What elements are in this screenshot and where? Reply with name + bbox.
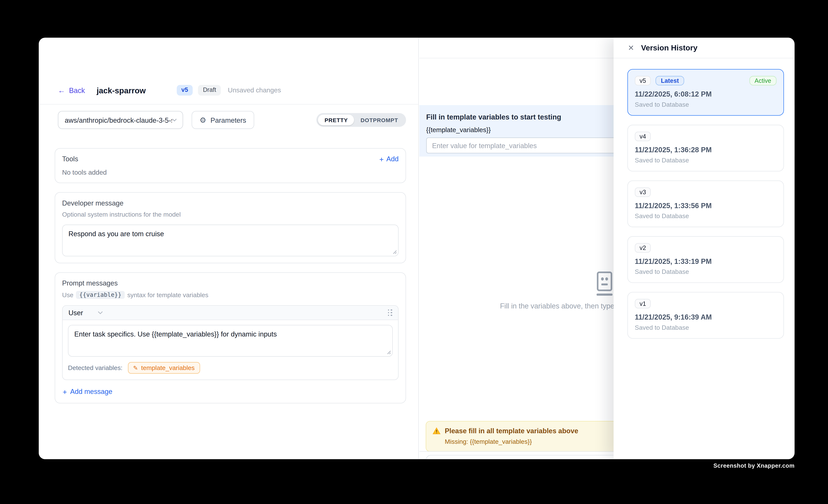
developer-message-card: Developer message Optional system instru… xyxy=(55,192,406,263)
page-title: jack-sparrow xyxy=(96,86,146,95)
back-arrow-icon: ← xyxy=(58,87,65,94)
developer-message-hint: Optional system instructions for the mod… xyxy=(62,211,399,218)
tools-card: Tools + Add No tools added xyxy=(55,148,406,183)
variable-syntax-chip: {{variable}} xyxy=(76,291,125,299)
warning-icon xyxy=(432,427,441,434)
version-storage: Saved to Database xyxy=(635,157,777,164)
version-storage: Saved to Database xyxy=(635,324,777,331)
message-body: Enter task specifics. Use {{template_var… xyxy=(63,320,398,357)
version-storage: Saved to Database xyxy=(635,101,777,108)
version-number-badge: v2 xyxy=(635,243,651,253)
model-selector[interactable]: aws/anthropic/bedrock-claude-3-5-s... xyxy=(58,111,183,129)
message-content-input[interactable]: Enter task specifics. Use {{template_var… xyxy=(68,325,393,356)
version-history-header: ✕ Version History xyxy=(614,38,794,58)
screenshot-stage: ← Back jack-sparrow v5 Draft Unsaved cha… xyxy=(0,0,828,504)
version-card-v2[interactable]: v2 11/21/2025, 1:33:19 PM Saved to Datab… xyxy=(627,236,784,283)
resize-handle-icon[interactable] xyxy=(392,250,397,254)
version-card-v5[interactable]: v5 Latest Active 11/22/2025, 6:08:12 PM … xyxy=(627,69,784,116)
toggle-dotprompt[interactable]: DOTPROMPT xyxy=(354,115,404,125)
prompt-messages-card: Prompt messages Use {{variable}} syntax … xyxy=(55,272,406,404)
version-list: v5 Latest Active 11/22/2025, 6:08:12 PM … xyxy=(614,58,794,339)
version-card-v1[interactable]: v1 11/21/2025, 9:16:39 AM Saved to Datab… xyxy=(627,292,784,339)
detected-variables-label: Detected variables: xyxy=(68,364,123,372)
add-message-button[interactable]: + Add message xyxy=(63,387,399,395)
add-tool-label: Add xyxy=(386,155,399,163)
parameters-label: Parameters xyxy=(211,116,246,124)
version-card-v4[interactable]: v4 11/21/2025, 1:36:28 PM Saved to Datab… xyxy=(627,125,784,171)
plus-icon: + xyxy=(63,388,67,395)
parameters-button[interactable]: ⚙ Parameters xyxy=(192,111,254,129)
detected-variables-row: Detected variables: ✎ template_variables xyxy=(63,356,398,379)
resize-handle-icon[interactable] xyxy=(386,350,391,354)
robot-icon xyxy=(593,271,616,299)
version-history-title: Version History xyxy=(641,43,697,52)
close-button[interactable]: ✕ xyxy=(628,44,634,51)
prompt-messages-hint: Use {{variable}} syntax for template var… xyxy=(62,291,399,299)
add-message-label: Add message xyxy=(70,387,112,395)
version-timestamp: 11/22/2025, 6:08:12 PM xyxy=(635,90,777,98)
version-card-v3[interactable]: v3 11/21/2025, 1:33:56 PM Saved to Datab… xyxy=(627,180,784,227)
version-badge: v5 xyxy=(176,85,193,96)
app-window: ← Back jack-sparrow v5 Draft Unsaved cha… xyxy=(39,38,794,459)
version-number-badge: v3 xyxy=(635,187,651,197)
message-role-selector[interactable]: User xyxy=(69,309,103,317)
active-badge: Active xyxy=(749,76,777,85)
chevron-down-icon xyxy=(172,118,177,122)
version-timestamp: 11/21/2025, 9:16:39 AM xyxy=(635,313,777,321)
add-tool-button[interactable]: + Add xyxy=(379,155,399,163)
drag-handle[interactable] xyxy=(388,309,392,316)
tools-empty-text: No tools added xyxy=(62,169,399,176)
watermark: Screenshot by Xnapper.com xyxy=(713,462,794,469)
model-row: aws/anthropic/bedrock-claude-3-5-s... ⚙ … xyxy=(55,111,406,129)
unsaved-changes-label: Unsaved changes xyxy=(228,87,281,94)
back-button[interactable]: ← Back xyxy=(58,86,85,94)
gear-icon: ⚙ xyxy=(200,116,206,124)
format-toggle: PRETTY DOTPROMPT xyxy=(317,113,406,127)
version-storage: Saved to Database xyxy=(635,212,777,220)
detected-variable-badge[interactable]: ✎ template_variables xyxy=(128,362,200,374)
version-timestamp: 11/21/2025, 1:36:28 PM xyxy=(635,146,777,154)
warning-title: Please fill in all template variables ab… xyxy=(445,427,578,435)
prompt-editor-pane: ← Back jack-sparrow v5 Draft Unsaved cha… xyxy=(39,38,419,459)
latest-badge: Latest xyxy=(656,76,684,85)
pencil-icon: ✎ xyxy=(133,365,138,371)
tools-label: Tools xyxy=(62,155,78,163)
version-timestamp: 11/21/2025, 1:33:56 PM xyxy=(635,202,777,210)
developer-message-input[interactable]: Respond as you are tom cruise xyxy=(62,224,399,256)
version-storage: Saved to Database xyxy=(635,268,777,275)
version-history-panel: ✕ Version History v5 Latest Active 11/22… xyxy=(614,38,794,459)
toggle-pretty[interactable]: PRETTY xyxy=(318,115,354,125)
editor-content: aws/anthropic/bedrock-claude-3-5-s... ⚙ … xyxy=(39,104,418,404)
message-header: User xyxy=(63,306,398,320)
version-number-badge: v4 xyxy=(635,132,651,141)
chevron-down-icon xyxy=(98,311,103,314)
hint-suffix: syntax for template variables xyxy=(127,291,208,298)
message-block: User Enter task specifics. Use {{templat… xyxy=(62,305,399,380)
developer-message-label: Developer message xyxy=(62,199,399,207)
prompt-messages-label: Prompt messages xyxy=(62,279,399,287)
message-role-value: User xyxy=(69,309,83,317)
plus-icon: + xyxy=(379,155,384,163)
detected-variable-name: template_variables xyxy=(141,364,195,372)
version-timestamp: 11/21/2025, 1:33:19 PM xyxy=(635,257,777,265)
close-icon: ✕ xyxy=(628,43,634,52)
back-label: Back xyxy=(69,86,85,94)
version-number-badge: v1 xyxy=(635,299,651,308)
model-selector-value: aws/anthropic/bedrock-claude-3-5-s... xyxy=(65,116,172,124)
editor-header: ← Back jack-sparrow v5 Draft Unsaved cha… xyxy=(39,38,418,104)
version-number-badge: v5 xyxy=(635,76,651,85)
hint-prefix: Use xyxy=(62,291,73,298)
draft-badge: Draft xyxy=(198,85,221,96)
